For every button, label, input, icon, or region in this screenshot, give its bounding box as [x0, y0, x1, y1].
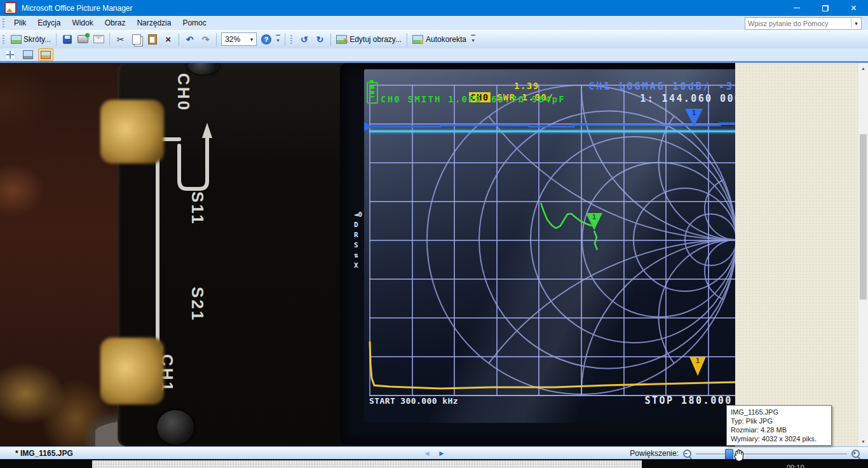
sma-connector-ch1	[100, 338, 164, 404]
edit-images-label: Edytuj obrazy...	[349, 35, 402, 44]
scissors-icon: ✂	[115, 34, 126, 45]
menu-narzedzia[interactable]: Narzędzia	[131, 17, 177, 29]
shortcuts-label: Skróty...	[24, 35, 51, 44]
swr-value: 1.39	[514, 81, 539, 91]
filmstrip-view-button[interactable]	[20, 48, 36, 61]
screen-side-labels: ◄0D RS ⇅X	[354, 210, 362, 270]
autocorrect-button[interactable]: Autokorekta	[410, 32, 468, 46]
cut-button[interactable]: ✂	[113, 32, 128, 46]
toolbar: Skróty... ✂ × ↶ ↷ 32% ▾ ? ▔▾ ↺ ↻ ✎ Edytu…	[0, 30, 868, 49]
status-bar: * IMG_1165.JPG ◄ ► Powiększenie: – +	[0, 446, 868, 460]
toolbar2-overflow-button[interactable]: ▔▾	[469, 32, 477, 46]
title-bar: Microsoft Office Picture Manager ×	[0, 0, 868, 16]
menu-edycja[interactable]: Edycja	[32, 17, 66, 29]
battery-icon	[367, 82, 378, 104]
taskbar-clock: 00:10	[787, 464, 804, 468]
screw-bottom	[157, 410, 194, 444]
menu-pomoc[interactable]: Pomoc	[177, 17, 212, 29]
zoom-dropdown-icon: ▾	[247, 36, 256, 43]
copy-button[interactable]	[129, 32, 144, 46]
restore-button[interactable]	[811, 0, 839, 16]
toolbar-overflow-button[interactable]: ▔▾	[274, 32, 282, 46]
rotate-right-icon: ↻	[315, 34, 325, 45]
help-button[interactable]: ?	[259, 32, 273, 46]
shortcuts-icon	[11, 34, 22, 45]
print-icon	[78, 34, 88, 45]
redo-button[interactable]: ↷	[198, 32, 213, 46]
file-info-tooltip: IMG_1165.JPG Typ: Plik JPG Rozmiar: 4.28…	[726, 405, 832, 446]
picture-manager-window: Microsoft Office Picture Manager × Plik …	[0, 0, 868, 468]
help-search-input[interactable]	[745, 20, 851, 27]
photo-img-1165: CH0 S11 S21 CH1 ◄0D RS ⇅X	[0, 63, 735, 446]
filmstrip-view-icon	[23, 50, 33, 59]
zoom-slider[interactable]	[696, 449, 847, 458]
hand-cursor	[733, 448, 745, 462]
save-icon	[62, 34, 72, 45]
sma-connector-ch0	[100, 100, 164, 163]
app-icon	[4, 2, 17, 14]
work-area: CH0 S11 S21 CH1 ◄0D RS ⇅X	[0, 63, 868, 446]
rotate-right-button[interactable]: ↻	[313, 32, 327, 46]
single-view-button[interactable]	[38, 48, 53, 61]
zoom-slider-track[interactable]	[696, 453, 847, 455]
panel-label-ch0: CH0	[173, 73, 193, 112]
smith-readout: CH0 SMITH 1.0FS	[381, 94, 482, 104]
scroll-down-button[interactable]: ▼	[858, 436, 868, 446]
statusbar-filename: * IMG_1165.JPG	[15, 449, 73, 458]
menu-widok[interactable]: Widok	[66, 17, 98, 29]
next-image-arrow[interactable]: ►	[438, 449, 445, 458]
menu-bar: Plik Edycja Widok Obraz Narzędzia Pomoc …	[0, 16, 868, 30]
zoom-value: 32%	[222, 35, 247, 44]
tooltip-filesize: Rozmiar: 4.28 MB	[731, 425, 827, 434]
zoom-out-icon[interactable]: –	[682, 449, 692, 458]
zoom-combobox[interactable]: 32% ▾	[221, 32, 257, 46]
marker-frequency: 1: 144.060 000 MHz	[640, 93, 735, 104]
mail-attachment-icon	[93, 34, 104, 45]
scrollbar-thumb[interactable]	[860, 134, 867, 299]
toolbar2-grip[interactable]	[290, 35, 292, 44]
toolbar-grip[interactable]	[3, 35, 4, 44]
undo-icon: ↶	[184, 34, 195, 45]
smith-value: 69.7Ω 984pF	[491, 94, 566, 104]
smith-chart	[364, 69, 735, 423]
delete-button[interactable]: ×	[161, 32, 175, 46]
shortcuts-button[interactable]: Skróty...	[9, 32, 53, 46]
taskbar-window-button[interactable]	[92, 460, 642, 468]
edit-images-button[interactable]: ✎ Edytuj obrazy...	[334, 32, 403, 46]
single-view-icon	[41, 51, 51, 59]
rotate-left-button[interactable]: ↺	[297, 32, 311, 46]
previous-image-arrow[interactable]: ◄	[423, 449, 431, 458]
thumbnail-view-icon	[6, 51, 14, 59]
scroll-up-button[interactable]: ▲	[858, 63, 868, 73]
lcd-bezel: ◄0D RS ⇅X	[341, 64, 735, 444]
paste-icon	[147, 34, 158, 45]
help-search-dropdown[interactable]: ▾	[851, 18, 861, 29]
print-button[interactable]	[76, 32, 90, 46]
autocorrect-label: Autokorekta	[426, 35, 466, 44]
view-mode-row	[0, 48, 868, 61]
zoom-slider-label: Powiększenie:	[630, 449, 679, 458]
minimize-button[interactable]	[782, 0, 811, 16]
tooltip-filename: IMG_1165.JPG	[731, 408, 827, 416]
paste-button[interactable]	[145, 32, 159, 46]
trace-ch0-swr	[370, 341, 735, 389]
workspace-background	[735, 63, 858, 446]
close-button[interactable]: ×	[839, 0, 868, 16]
menu-obraz[interactable]: Obraz	[99, 17, 132, 29]
copy-icon	[131, 34, 142, 45]
send-mail-button[interactable]	[92, 32, 106, 46]
reference-line	[369, 130, 735, 132]
menu-grip[interactable]	[3, 18, 4, 27]
help-icon: ?	[261, 34, 271, 45]
save-button[interactable]	[60, 32, 74, 46]
nanovna-device: CH0 S11 S21 CH1 ◄0D RS ⇅X	[118, 63, 735, 446]
close-icon: ×	[851, 3, 857, 14]
menu-plik[interactable]: Plik	[8, 17, 32, 29]
zoom-in-icon[interactable]: +	[851, 449, 860, 458]
vertical-scrollbar[interactable]: ▲ ▼	[858, 63, 868, 446]
tooltip-dimensions: Wymiary: 4032 x 3024 piks.	[731, 434, 827, 443]
thumbnail-view-button[interactable]	[3, 48, 18, 61]
redo-icon: ↷	[200, 34, 211, 45]
undo-button[interactable]: ↶	[182, 32, 197, 46]
tooltip-filetype: Typ: Plik JPG	[731, 416, 827, 425]
